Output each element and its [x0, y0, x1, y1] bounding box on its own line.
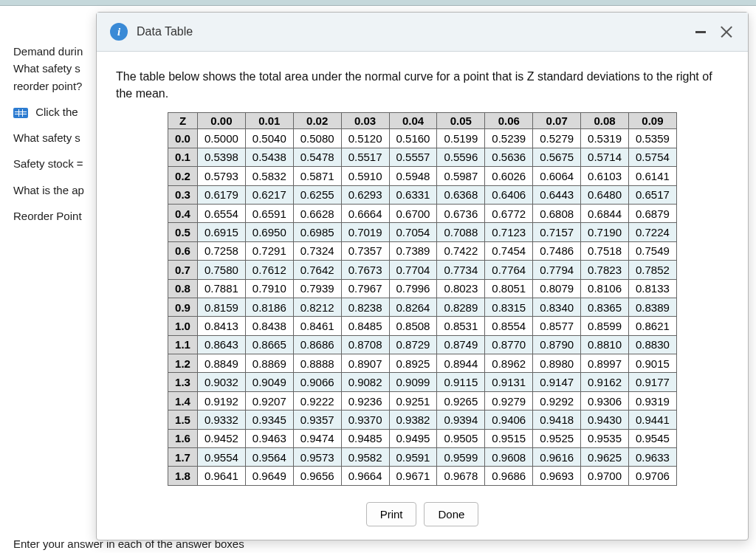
z-table-cell: 0.9463: [245, 429, 293, 447]
z-table-cell: 0.9441: [628, 411, 676, 429]
z-table-col-header: 0.00: [197, 113, 245, 129]
z-table-cell: 0.8997: [581, 354, 629, 373]
z-table-cell: 0.8621: [628, 317, 676, 335]
z-table-row-header: 1.8: [168, 467, 198, 486]
z-table-cell: 0.7764: [485, 261, 533, 279]
z-table-cell: 0.9099: [389, 373, 437, 391]
z-table-cell: 0.9162: [581, 373, 629, 391]
modal-footer: Print Done: [97, 492, 748, 540]
z-table-cell: 0.5596: [437, 148, 485, 166]
z-table-cell: 0.8159: [197, 298, 245, 316]
z-table-cell: 0.9525: [533, 429, 581, 447]
modal-description: The table below shows the total area und…: [116, 68, 729, 102]
z-table-cell: 0.6255: [293, 185, 341, 204]
z-table-cell: 0.5239: [485, 129, 533, 148]
z-table-cell: 0.9115: [437, 373, 485, 391]
z-table-cell: 0.6443: [533, 185, 581, 204]
z-table-cell: 0.9633: [628, 448, 676, 467]
z-table-cell: 0.9066: [293, 373, 341, 391]
z-table-cell: 0.9265: [437, 391, 485, 410]
table-row: 0.20.57930.58320.58710.59100.59480.59870…: [168, 167, 677, 185]
z-table-cell: 0.9131: [485, 373, 533, 391]
window-topbar: [0, 0, 756, 6]
z-table-cell: 0.6808: [533, 204, 581, 222]
z-table-cell: 0.7454: [485, 241, 533, 260]
z-table-cell: 0.7642: [293, 261, 341, 279]
z-table-cell: 0.7967: [341, 279, 389, 298]
z-table-row-header: 1.4: [168, 391, 198, 410]
z-table-cell: 0.9485: [341, 429, 389, 447]
z-table-cell: 0.9418: [533, 411, 581, 429]
z-table-cell: 0.5080: [293, 129, 341, 148]
z-table-row-header: 0.6: [168, 241, 198, 260]
done-button[interactable]: Done: [424, 502, 478, 526]
z-table-cell: 0.7939: [293, 279, 341, 298]
z-table-cell: 0.9147: [533, 373, 581, 391]
z-table-cell: 0.5675: [533, 148, 581, 166]
z-table-cell: 0.9591: [389, 448, 437, 467]
z-table-cell: 0.8810: [581, 335, 629, 354]
z-table-cell: 0.6628: [293, 204, 341, 222]
z-table-cell: 0.5319: [581, 129, 629, 148]
table-row: 0.70.75800.76120.76420.76730.77040.77340…: [168, 261, 677, 279]
z-table-cell: 0.9332: [197, 411, 245, 429]
z-table-cell: 0.9192: [197, 391, 245, 410]
z-table-cell: 0.5754: [628, 148, 676, 166]
z-table-row-header: 1.2: [168, 354, 198, 373]
z-table-cell: 0.7157: [533, 223, 581, 241]
z-table-cell: 0.6026: [485, 167, 533, 185]
table-row: 0.90.81590.81860.82120.82380.82640.82890…: [168, 298, 677, 316]
z-table-cell: 0.8531: [437, 317, 485, 335]
z-table-row-header: 0.0: [168, 129, 198, 148]
z-table-cell: 0.8770: [485, 335, 533, 354]
z-table-cell: 0.8461: [293, 317, 341, 335]
z-table-cell: 0.9430: [581, 411, 629, 429]
z-table-cell: 0.9599: [437, 448, 485, 467]
z-table-col-header: 0.06: [485, 113, 533, 129]
print-button[interactable]: Print: [366, 502, 417, 526]
z-table-cell: 0.8708: [341, 335, 389, 354]
z-table-cell: 0.8686: [293, 335, 341, 354]
z-table-cell: 0.8079: [533, 279, 581, 298]
z-table-cell: 0.5636: [485, 148, 533, 166]
z-table: Z0.000.010.020.030.040.050.060.070.080.0…: [168, 112, 677, 486]
z-table-cell: 0.9515: [485, 429, 533, 447]
z-table-cell: 0.5199: [437, 129, 485, 148]
modal-title: Data Table: [137, 25, 193, 38]
z-table-cell: 0.5359: [628, 129, 676, 148]
z-table-cell: 0.8665: [245, 335, 293, 354]
z-table-cell: 0.8830: [628, 335, 676, 354]
z-table-cell: 0.9545: [628, 429, 676, 447]
z-table-col-header: 0.01: [245, 113, 293, 129]
table-row: 1.40.91920.92070.92220.92360.92510.92650…: [168, 391, 677, 410]
z-table-cell: 0.8790: [533, 335, 581, 354]
z-table-cell: 0.9319: [628, 391, 676, 410]
z-table-col-header: 0.02: [293, 113, 341, 129]
z-table-cell: 0.6480: [581, 185, 629, 204]
z-table-row-header: 1.3: [168, 373, 198, 391]
z-table-cell: 0.7518: [581, 241, 629, 260]
close-icon[interactable]: [718, 24, 735, 40]
table-row: 1.30.90320.90490.90660.90820.90990.91150…: [168, 373, 677, 391]
z-table-cell: 0.6217: [245, 185, 293, 204]
table-row: 0.10.53980.54380.54780.55170.55570.55960…: [168, 148, 677, 166]
z-table-corner: Z: [168, 113, 198, 129]
z-table-cell: 0.8925: [389, 354, 437, 373]
z-table-cell: 0.6554: [197, 204, 245, 222]
z-table-cell: 0.8508: [389, 317, 437, 335]
z-table-cell: 0.8980: [533, 354, 581, 373]
z-table-row-header: 0.9: [168, 298, 198, 316]
z-table-row-header: 0.7: [168, 261, 198, 279]
z-table-col-header: 0.08: [581, 113, 629, 129]
minimize-button[interactable]: [693, 24, 708, 39]
z-table-cell: 0.8212: [293, 298, 341, 316]
z-table-cell: 0.7357: [341, 241, 389, 260]
table-row: 1.00.84130.84380.84610.84850.85080.85310…: [168, 317, 677, 335]
z-table-cell: 0.8106: [581, 279, 629, 298]
z-table-cell: 0.7190: [581, 223, 629, 241]
z-table-cell: 0.9664: [341, 467, 389, 486]
z-table-cell: 0.9370: [341, 411, 389, 429]
table-row: 1.20.88490.88690.88880.89070.89250.89440…: [168, 354, 677, 373]
table-row: 1.50.93320.93450.93570.93700.93820.93940…: [168, 411, 677, 429]
z-table-cell: 0.8438: [245, 317, 293, 335]
